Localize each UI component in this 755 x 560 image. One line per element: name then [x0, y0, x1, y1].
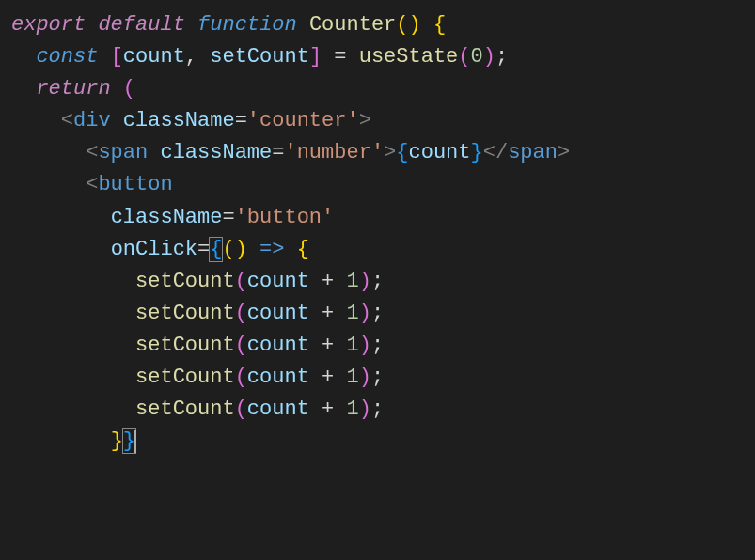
tag-open: </	[483, 141, 508, 164]
arrow: =>	[260, 238, 284, 261]
code-line: onClick={() => {	[11, 234, 744, 266]
jsx-expr-close: }	[471, 141, 483, 164]
code-line: setCount(count + 1);	[11, 362, 744, 394]
code-line: setCount(count + 1);	[11, 266, 744, 298]
semicolon: ;	[495, 45, 508, 69]
function-call: setCount	[135, 302, 235, 325]
number-literal: 1	[346, 302, 358, 325]
paren: (	[235, 270, 247, 293]
paren: (	[123, 77, 135, 101]
paren: (	[222, 238, 234, 261]
keyword-export: export	[11, 13, 86, 37]
number-literal: 1	[346, 366, 358, 389]
paren: )	[235, 238, 247, 261]
function-call: setCount	[135, 334, 235, 357]
operator: +	[322, 366, 334, 389]
tag-close: >	[384, 141, 396, 164]
jsx-attr: onClick	[111, 238, 197, 261]
operator: +	[322, 302, 334, 325]
code-line: className='button'	[11, 202, 744, 234]
code-editor[interactable]: export default function Counter() { cons…	[11, 9, 744, 458]
string-literal: 'counter'	[247, 109, 359, 132]
jsx-attr: className	[123, 109, 235, 132]
variable: count	[247, 334, 309, 357]
bracket: [	[111, 45, 123, 69]
variable: count	[247, 397, 309, 421]
function-call: setCount	[135, 270, 235, 293]
jsx-tag: div	[73, 109, 111, 132]
variable: count	[409, 141, 471, 164]
paren: (	[235, 397, 247, 421]
jsx-expr-open: {	[396, 141, 408, 164]
paren: )	[483, 45, 495, 69]
number-literal: 0	[471, 45, 483, 69]
paren: (	[396, 13, 408, 37]
string-literal: 'number'	[284, 141, 384, 164]
paren: (	[235, 302, 247, 325]
text-cursor	[134, 430, 136, 453]
semicolon: ;	[371, 366, 384, 389]
tag-open: <	[86, 141, 98, 164]
jsx-tag: button	[98, 173, 172, 196]
paren: (	[458, 45, 470, 69]
tag-open: <	[86, 173, 98, 196]
variable: count	[247, 302, 309, 325]
keyword-default: default	[98, 13, 184, 37]
paren: (	[235, 366, 247, 389]
paren: )	[359, 397, 371, 421]
comma: ,	[185, 45, 197, 69]
jsx-tag: span	[98, 141, 148, 164]
variable: count	[247, 270, 309, 293]
paren: )	[409, 13, 421, 37]
function-call: useState	[359, 45, 459, 69]
jsx-tag: span	[508, 141, 558, 164]
tag-close: >	[359, 109, 371, 132]
number-literal: 1	[346, 334, 358, 357]
tag-close: >	[558, 141, 570, 164]
string-literal: 'button'	[235, 206, 335, 229]
jsx-attr: className	[160, 141, 272, 164]
code-line: const [count, setCount] = useState(0);	[11, 41, 744, 73]
brace: {	[433, 13, 446, 37]
function-call: setCount	[135, 397, 235, 421]
keyword-function: function	[197, 13, 297, 37]
code-line: setCount(count + 1);	[11, 298, 744, 330]
semicolon: ;	[371, 397, 384, 421]
semicolon: ;	[371, 334, 384, 357]
keyword-return: return	[36, 77, 110, 101]
equals: =	[235, 109, 247, 132]
code-line: }}	[11, 426, 744, 458]
number-literal: 1	[346, 270, 358, 293]
brace: {	[297, 238, 309, 261]
function-call: setCount	[135, 366, 235, 389]
code-line: <div className='counter'>	[11, 105, 744, 137]
paren: )	[359, 270, 371, 293]
variable: count	[247, 366, 309, 389]
semicolon: ;	[371, 302, 384, 325]
paren: (	[235, 334, 247, 357]
number-literal: 1	[346, 397, 358, 421]
code-line: export default function Counter() {	[11, 9, 744, 41]
operator: +	[322, 334, 334, 357]
variable: setCount	[210, 45, 309, 69]
paren: )	[359, 334, 371, 357]
code-line: setCount(count + 1);	[11, 394, 744, 426]
operator: +	[322, 270, 334, 293]
code-line: setCount(count + 1);	[11, 330, 744, 362]
paren: )	[359, 366, 371, 389]
equals: =	[222, 206, 234, 229]
bracket: ]	[309, 45, 322, 69]
tag-open: <	[61, 109, 73, 132]
equals: =	[272, 141, 284, 164]
code-line: <span className='number'>{count}</span>	[11, 137, 744, 169]
function-name: Counter	[309, 13, 396, 37]
semicolon: ;	[371, 270, 384, 293]
jsx-attr: className	[111, 206, 223, 229]
keyword-const: const	[36, 45, 98, 69]
variable: count	[123, 45, 185, 69]
operator: =	[334, 45, 346, 69]
brace: }	[111, 429, 123, 453]
code-line: <button	[11, 169, 744, 201]
paren: )	[359, 302, 371, 325]
code-line: return (	[11, 73, 744, 105]
